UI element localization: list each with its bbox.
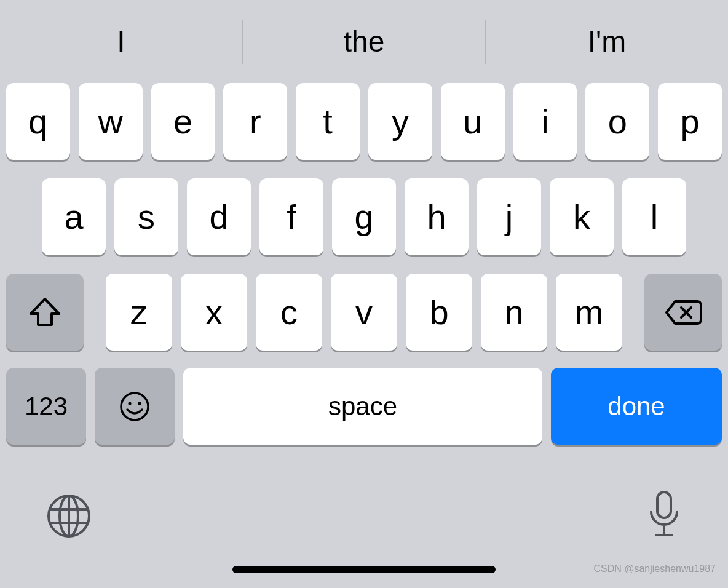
svg-point-1	[128, 402, 131, 405]
key-m[interactable]: m	[556, 274, 622, 351]
key-s[interactable]: s	[114, 178, 178, 255]
backspace-key[interactable]	[644, 274, 722, 351]
globe-icon	[46, 493, 92, 539]
key-g[interactable]: g	[332, 178, 396, 255]
key-e[interactable]: e	[151, 83, 215, 160]
key-t[interactable]: t	[296, 83, 360, 160]
shift-icon	[28, 296, 61, 328]
mic-button[interactable]	[646, 490, 682, 539]
emoji-key[interactable]	[95, 368, 175, 445]
done-key[interactable]: done	[551, 368, 722, 445]
key-q[interactable]: q	[6, 83, 70, 160]
key-p[interactable]: p	[658, 83, 722, 160]
suggestion-1[interactable]: the	[243, 25, 485, 58]
shift-key[interactable]	[6, 274, 84, 351]
home-indicator[interactable]	[232, 566, 496, 573]
backspace-icon	[664, 299, 702, 326]
key-o[interactable]: o	[585, 83, 649, 160]
key-z[interactable]: z	[106, 274, 172, 351]
key-a[interactable]: a	[42, 178, 106, 255]
emoji-icon	[119, 391, 150, 422]
key-h[interactable]: h	[405, 178, 469, 255]
key-w[interactable]: w	[79, 83, 143, 160]
svg-rect-5	[657, 492, 671, 518]
suggestion-0[interactable]: I	[0, 25, 242, 58]
suggestion-2[interactable]: I'm	[486, 25, 728, 58]
key-b[interactable]: b	[406, 274, 472, 351]
svg-point-2	[138, 402, 141, 405]
microphone-icon	[646, 490, 682, 539]
key-j[interactable]: j	[477, 178, 541, 255]
key-c[interactable]: c	[256, 274, 322, 351]
svg-point-0	[121, 393, 148, 420]
watermark: CSDN @sanjieshenwu1987	[593, 563, 716, 574]
key-u[interactable]: u	[441, 83, 505, 160]
numbers-key[interactable]: 123	[6, 368, 86, 445]
bottom-bar: CSDN @sanjieshenwu1987	[0, 465, 728, 588]
key-x[interactable]: x	[181, 274, 247, 351]
keyboard: q w e r t y u i o p a s d f g h j k l z …	[0, 83, 728, 445]
space-key[interactable]: space	[183, 368, 542, 445]
globe-button[interactable]	[46, 493, 92, 539]
key-n[interactable]: n	[481, 274, 547, 351]
key-d[interactable]: d	[187, 178, 251, 255]
key-l[interactable]: l	[622, 178, 686, 255]
key-i[interactable]: i	[513, 83, 577, 160]
key-y[interactable]: y	[368, 83, 432, 160]
key-f[interactable]: f	[259, 178, 323, 255]
key-r[interactable]: r	[223, 83, 287, 160]
key-k[interactable]: k	[550, 178, 614, 255]
key-v[interactable]: v	[331, 274, 397, 351]
suggestion-bar: I the I'm	[0, 0, 728, 83]
